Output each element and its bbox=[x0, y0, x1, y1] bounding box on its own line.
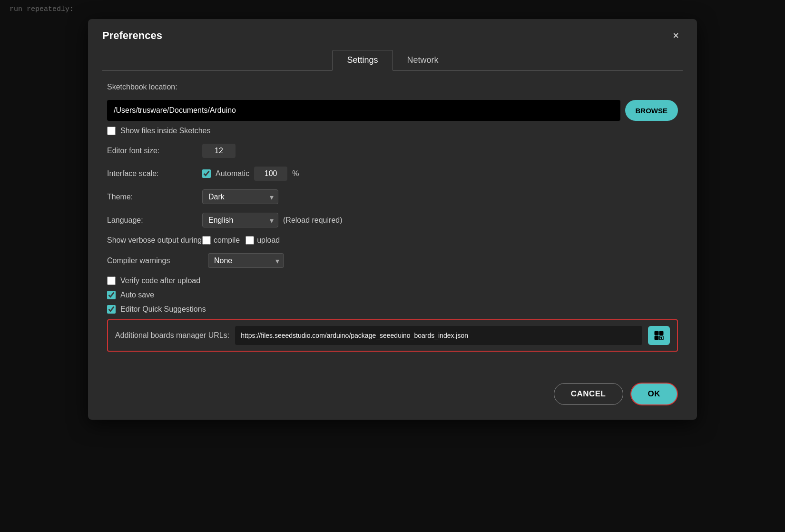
cancel-button[interactable]: CANCEL bbox=[554, 383, 623, 405]
editor-quick-checkbox[interactable] bbox=[107, 305, 116, 314]
compiler-warnings-row: Compiler warnings None Default More All bbox=[107, 253, 678, 268]
verify-code-checkbox[interactable] bbox=[107, 276, 116, 285]
verify-code-label: Verify code after upload bbox=[120, 276, 200, 285]
additional-boards-section: Additional boards manager URLs: bbox=[107, 319, 678, 352]
automatic-checkbox[interactable] bbox=[202, 169, 211, 178]
dialog-content: Sketchbook location: BROWSE Show files i… bbox=[88, 71, 697, 373]
boards-url-input[interactable] bbox=[235, 326, 642, 345]
interface-scale-row: Interface scale: Automatic % bbox=[107, 167, 678, 181]
upload-verbose-item: upload bbox=[245, 236, 280, 245]
verbose-label: Show verbose output during bbox=[107, 236, 202, 245]
verbose-controls: compile upload bbox=[202, 236, 280, 245]
reload-note: (Reload required) bbox=[283, 216, 343, 225]
theme-select[interactable]: Dark Light bbox=[202, 189, 278, 204]
tab-settings[interactable]: Settings bbox=[332, 50, 392, 71]
browse-button[interactable]: BROWSE bbox=[625, 100, 678, 121]
close-button[interactable]: × bbox=[669, 29, 683, 43]
auto-save-row: Auto save bbox=[107, 291, 678, 299]
editor-font-size-row: Editor font size: bbox=[107, 144, 678, 158]
dialog-header: Preferences × bbox=[88, 19, 697, 50]
show-files-label: Show files inside Sketches bbox=[120, 127, 210, 135]
dialog-footer: CANCEL OK bbox=[88, 373, 697, 420]
compile-label: compile bbox=[214, 236, 240, 245]
show-files-row: Show files inside Sketches bbox=[107, 127, 678, 135]
auto-save-label: Auto save bbox=[120, 291, 154, 299]
language-select[interactable]: English Deutsch Español bbox=[202, 213, 278, 227]
svg-rect-2 bbox=[655, 336, 658, 340]
ok-button[interactable]: OK bbox=[630, 383, 678, 405]
automatic-label: Automatic bbox=[216, 169, 249, 178]
compile-verbose-item: compile bbox=[202, 236, 240, 245]
auto-save-checkbox[interactable] bbox=[107, 291, 116, 299]
compiler-warnings-select-wrapper: None Default More All bbox=[208, 253, 284, 268]
dialog-title: Preferences bbox=[102, 30, 162, 42]
editor-font-size-input[interactable] bbox=[202, 144, 236, 158]
upload-verbose-checkbox[interactable] bbox=[245, 236, 254, 245]
verify-code-row: Verify code after upload bbox=[107, 276, 678, 285]
sketchbook-location-label: Sketchbook location: bbox=[107, 83, 202, 91]
svg-rect-1 bbox=[659, 331, 663, 335]
verbose-output-row: Show verbose output during compile uploa… bbox=[107, 236, 678, 245]
scale-percent-label: % bbox=[292, 169, 299, 178]
language-select-wrapper: English Deutsch Español bbox=[202, 213, 278, 227]
preferences-dialog: Preferences × Settings Network Sketchboo… bbox=[88, 19, 697, 420]
theme-row: Theme: Dark Light bbox=[107, 189, 678, 204]
theme-select-wrapper: Dark Light bbox=[202, 189, 278, 204]
show-files-checkbox[interactable] bbox=[107, 127, 116, 135]
tab-network[interactable]: Network bbox=[393, 50, 453, 71]
checkboxes-section: Verify code after upload Auto save Edito… bbox=[107, 276, 678, 314]
sketchbook-path-row: BROWSE bbox=[107, 100, 678, 121]
sketchbook-location-row: Sketchbook location: bbox=[107, 83, 678, 91]
interface-scale-label: Interface scale: bbox=[107, 169, 202, 178]
compiler-warnings-select[interactable]: None Default More All bbox=[208, 253, 284, 268]
compiler-warnings-label: Compiler warnings bbox=[107, 256, 202, 265]
tabs-container: Settings Network bbox=[102, 50, 683, 71]
svg-rect-0 bbox=[655, 331, 658, 335]
scale-controls: Automatic % bbox=[202, 167, 299, 181]
edit-icon bbox=[654, 330, 664, 341]
additional-boards-label: Additional boards manager URLs: bbox=[115, 331, 229, 340]
boards-edit-button[interactable] bbox=[648, 326, 670, 345]
scale-value-input[interactable] bbox=[254, 167, 287, 181]
editor-font-size-label: Editor font size: bbox=[107, 147, 202, 155]
theme-label: Theme: bbox=[107, 193, 202, 201]
editor-quick-label: Editor Quick Suggestions bbox=[120, 305, 206, 314]
language-row: Language: English Deutsch Español (Reloa… bbox=[107, 213, 678, 227]
upload-label: upload bbox=[257, 236, 280, 245]
language-label: Language: bbox=[107, 216, 202, 225]
sketchbook-path-input[interactable] bbox=[107, 100, 620, 121]
editor-quick-row: Editor Quick Suggestions bbox=[107, 305, 678, 314]
compile-verbose-checkbox[interactable] bbox=[202, 236, 211, 245]
